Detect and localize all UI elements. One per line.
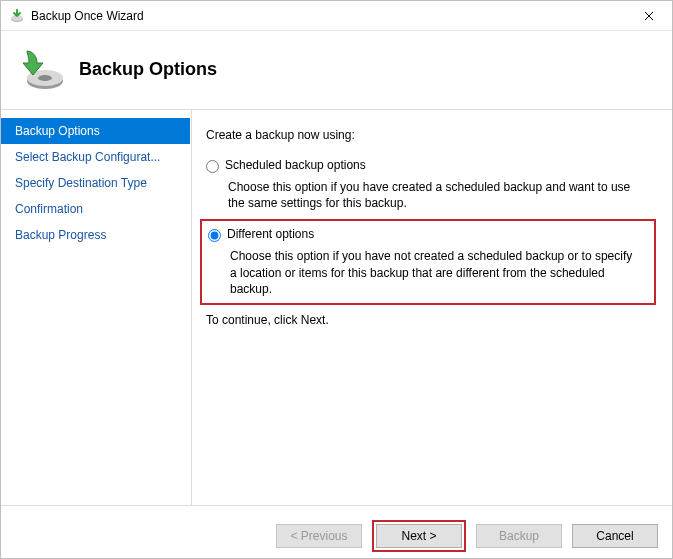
highlight-different-options: Different options Choose this option if … xyxy=(200,219,656,305)
option-scheduled-backup[interactable]: Scheduled backup options xyxy=(206,158,654,173)
sidebar-item-specify-destination-type[interactable]: Specify Destination Type xyxy=(1,170,190,196)
option-different-options-desc: Choose this option if you have not creat… xyxy=(230,248,638,297)
app-icon xyxy=(9,8,25,24)
previous-button: < Previous xyxy=(276,524,362,548)
wizard-steps-sidebar: Backup Options Select Backup Configurat.… xyxy=(1,110,191,505)
highlight-next-button: Next > xyxy=(372,520,466,552)
page-title: Backup Options xyxy=(79,59,217,80)
option-scheduled-backup-label: Scheduled backup options xyxy=(225,158,366,172)
option-different-options[interactable]: Different options xyxy=(208,227,648,242)
wizard-body: Backup Options Select Backup Configurat.… xyxy=(1,110,672,505)
svg-point-4 xyxy=(38,75,52,81)
sidebar-item-backup-progress[interactable]: Backup Progress xyxy=(1,222,190,248)
radio-scheduled-backup[interactable] xyxy=(206,160,219,173)
option-scheduled-backup-desc: Choose this option if you have created a… xyxy=(228,179,644,211)
next-button[interactable]: Next > xyxy=(376,524,462,548)
backup-icon xyxy=(17,45,65,93)
continue-hint: To continue, click Next. xyxy=(206,313,654,327)
sidebar-item-confirmation[interactable]: Confirmation xyxy=(1,196,190,222)
backup-button: Backup xyxy=(476,524,562,548)
option-different-options-label: Different options xyxy=(227,227,314,241)
radio-different-options[interactable] xyxy=(208,229,221,242)
wizard-main-panel: Create a backup now using: Scheduled bac… xyxy=(191,110,672,505)
window-title: Backup Once Wizard xyxy=(31,9,626,23)
intro-text: Create a backup now using: xyxy=(206,128,654,142)
wizard-footer: < Previous Next > Backup Cancel xyxy=(1,505,672,559)
window-close-button[interactable] xyxy=(626,1,672,31)
wizard-header: Backup Options xyxy=(1,31,672,110)
cancel-button[interactable]: Cancel xyxy=(572,524,658,548)
sidebar-item-backup-options[interactable]: Backup Options xyxy=(1,118,190,144)
titlebar: Backup Once Wizard xyxy=(1,1,672,31)
sidebar-item-select-backup-configuration[interactable]: Select Backup Configurat... xyxy=(1,144,190,170)
